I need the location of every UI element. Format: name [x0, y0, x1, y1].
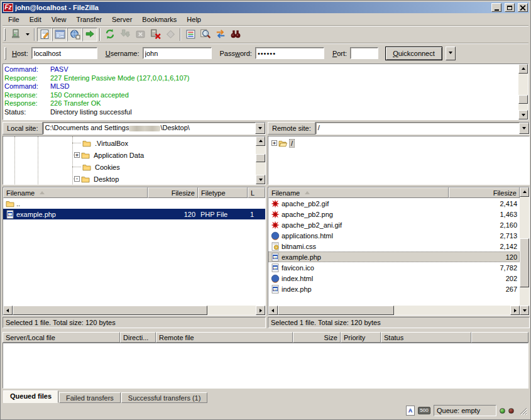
column-header[interactable]: Filename: [268, 187, 449, 198]
log-scrollbar[interactable]: [518, 64, 528, 119]
file-row[interactable]: apache_pb2.gif2,414: [268, 198, 520, 209]
file-row[interactable]: example.php120PHP File1: [3, 209, 265, 219]
remote-path-dropdown-button[interactable]: [519, 123, 529, 134]
column-header[interactable]: Filesize: [449, 187, 520, 198]
site-manager-dropdown-button[interactable]: [23, 28, 32, 41]
queue-column-header[interactable]: Status: [381, 332, 471, 343]
queue-column-header[interactable]: Size: [293, 332, 341, 343]
username-input[interactable]: [143, 47, 212, 59]
scroll-thumb[interactable]: [520, 238, 529, 287]
quickconnect-gripper[interactable]: [4, 47, 6, 60]
tab-failed-transfers[interactable]: Failed transfers: [59, 392, 121, 403]
remote-path-combobox[interactable]: /: [315, 122, 530, 135]
queue-column-header[interactable]: Directi...: [120, 332, 156, 343]
titlebar[interactable]: Fz john@localhost - FileZilla: [2, 2, 529, 13]
maximize-button[interactable]: [505, 3, 515, 12]
process-queue-button[interactable]: [118, 28, 133, 41]
port-input[interactable]: [350, 47, 378, 59]
local-tree-scrollbar[interactable]: [256, 136, 265, 184]
local-path-dropdown-button[interactable]: [255, 123, 265, 134]
scroll-track[interactable]: [518, 74, 528, 110]
scroll-right-button[interactable]: [256, 306, 265, 315]
menu-bookmarks[interactable]: Bookmarks: [137, 14, 182, 25]
refresh-button[interactable]: [102, 28, 118, 41]
toggle-message-log-button[interactable]: [37, 28, 52, 41]
toggle-transfer-queue-button[interactable]: [82, 28, 97, 41]
disconnect-button[interactable]: [148, 28, 163, 41]
file-row[interactable]: ..: [3, 198, 265, 209]
scroll-down-button[interactable]: [520, 306, 529, 315]
host-input[interactable]: [31, 47, 97, 59]
queue-column-header-blank: [471, 332, 528, 343]
resize-grip-icon[interactable]: [519, 407, 527, 415]
menu-transfer[interactable]: Transfer: [71, 14, 107, 25]
column-header[interactable]: L: [248, 187, 265, 198]
scroll-track[interactable]: [278, 306, 510, 315]
scroll-left-button[interactable]: [3, 306, 13, 315]
scroll-down-button[interactable]: [256, 175, 265, 184]
filezilla-window: Fz john@localhost - FileZilla FileEditVi…: [0, 0, 531, 420]
tree-item[interactable]: +/: [268, 137, 528, 149]
tree-item[interactable]: -Desktop: [3, 173, 255, 185]
minimize-button[interactable]: [491, 3, 501, 12]
menu-edit[interactable]: Edit: [25, 14, 47, 25]
expand-icon[interactable]: +: [74, 152, 80, 158]
toolbar-gripper[interactable]: [4, 28, 6, 41]
scroll-thumb[interactable]: [518, 95, 528, 104]
tab-queued-files[interactable]: Queued files: [3, 390, 58, 403]
column-header[interactable]: Filename: [3, 187, 148, 198]
toggle-remote-tree-button[interactable]: [67, 28, 82, 41]
find-files-button[interactable]: [228, 28, 243, 41]
scroll-up-button[interactable]: [518, 64, 528, 74]
menu-help[interactable]: Help: [182, 14, 206, 25]
scroll-track[interactable]: [256, 146, 265, 175]
quickconnect-dropdown-button[interactable]: [446, 47, 456, 60]
file-row[interactable]: apache_pb2_ani.gif2,160: [268, 219, 520, 230]
queue-column-header[interactable]: Server/Local file: [3, 332, 120, 343]
file-row[interactable]: applications.html2,713: [268, 230, 520, 241]
scroll-thumb[interactable]: [13, 306, 207, 315]
scroll-track[interactable]: [520, 197, 529, 306]
file-row[interactable]: favicon.ico7,782: [268, 262, 520, 273]
scroll-thumb[interactable]: [278, 306, 394, 315]
password-input[interactable]: [255, 47, 324, 59]
menu-file[interactable]: File: [3, 14, 25, 25]
expand-icon[interactable]: +: [271, 140, 277, 146]
file-row[interactable]: index.html202: [268, 273, 520, 284]
cancel-operation-button[interactable]: [133, 28, 148, 41]
close-button[interactable]: [518, 3, 528, 12]
file-row[interactable]: index.php267: [268, 284, 520, 294]
local-path-combobox[interactable]: C:\Documents and Settings\Desktop\: [43, 122, 266, 135]
scroll-thumb[interactable]: [256, 154, 265, 162]
tree-item[interactable]: +Application Data: [3, 149, 255, 161]
filter-button[interactable]: [183, 28, 198, 41]
menu-server[interactable]: Server: [107, 14, 137, 25]
scroll-down-button[interactable]: [518, 110, 528, 119]
remote-vertical-scrollbar[interactable]: [520, 187, 529, 315]
scroll-track[interactable]: [13, 306, 256, 315]
tree-item[interactable]: Cookies: [3, 161, 255, 173]
synchronized-browsing-button[interactable]: [213, 28, 228, 41]
collapse-icon[interactable]: -: [74, 176, 80, 182]
scroll-up-button[interactable]: [256, 136, 265, 146]
quickconnect-button[interactable]: Quickconnect: [385, 47, 442, 60]
tree-item[interactable]: .VirtualBox: [3, 137, 255, 149]
queue-column-header[interactable]: Priority: [341, 332, 381, 343]
file-row[interactable]: example.php120: [268, 251, 520, 262]
queue-column-header[interactable]: Remote file: [156, 332, 293, 343]
column-header[interactable]: Filetype: [198, 187, 248, 198]
scroll-right-button[interactable]: [510, 306, 520, 315]
site-manager-button[interactable]: [8, 28, 23, 41]
directory-comparison-button[interactable]: [198, 28, 213, 41]
file-row[interactable]: bitnami.css2,142: [268, 241, 520, 251]
column-header[interactable]: Filesize: [148, 187, 198, 198]
menu-view[interactable]: View: [47, 14, 72, 25]
reconnect-button[interactable]: [163, 28, 178, 41]
file-row[interactable]: apache_pb2.png1,463: [268, 209, 520, 219]
remote-horizontal-scrollbar[interactable]: [268, 306, 520, 315]
scroll-left-button[interactable]: [268, 306, 278, 315]
tab-successful-transfers-1-[interactable]: Successful transfers (1): [121, 392, 208, 403]
local-horizontal-scrollbar[interactable]: [3, 306, 265, 315]
toggle-local-tree-button[interactable]: [52, 28, 67, 41]
scroll-up-button[interactable]: [520, 187, 529, 197]
